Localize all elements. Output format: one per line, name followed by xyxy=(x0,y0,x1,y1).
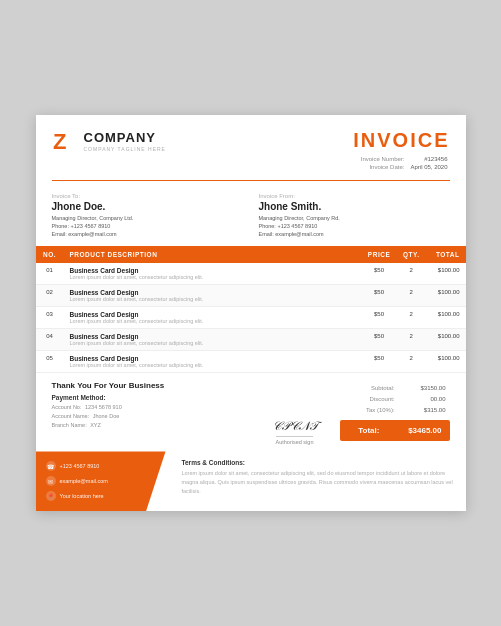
bill-to-phone: +123 4567 8910 xyxy=(70,223,110,229)
sign-label: Authorised sign xyxy=(276,436,314,445)
item-desc-cell: Business Card Design Lorem ipsum dolor s… xyxy=(64,329,362,351)
invoice-document: Z COMPANY COMPANY TAGLINE HERE INVOICE I… xyxy=(36,115,466,512)
invoice-title-block: INVOICE Invoice Number: #123456 Invoice … xyxy=(353,129,449,172)
logo-area: Z COMPANY COMPANY TAGLINE HERE xyxy=(52,129,166,155)
contact-location: 📍 Your location here xyxy=(46,491,156,501)
signature-graphic: 𝒞𝒫𝒞𝒩𝒯 xyxy=(272,419,317,434)
invoice-date-label: Invoice Date: xyxy=(361,164,409,170)
bill-to-block: Invoice To: Jhone Doe. Managing Director… xyxy=(52,193,243,239)
bill-from-phone: +123 4567 8910 xyxy=(277,223,317,229)
bill-to-phone-label: Phone: xyxy=(52,223,69,229)
item-qty: 2 xyxy=(397,263,425,285)
bill-to-email: example@mail.com xyxy=(68,231,116,237)
branch-label: Branch Name: xyxy=(52,422,87,428)
item-price: $50 xyxy=(361,329,397,351)
branch-name: XYZ xyxy=(90,422,101,428)
bill-to-email-label: Email: xyxy=(52,231,67,237)
item-price: $50 xyxy=(361,263,397,285)
payment-method-label: Payment Method: xyxy=(52,394,250,401)
contact-email: ✉ example@mail.com xyxy=(46,476,156,486)
footer-section: Thank You For Your Business Payment Meth… xyxy=(36,373,466,451)
bill-from-name: Jhone Smith. xyxy=(258,201,449,212)
bill-from-title: Managing Director, Company Rd. xyxy=(258,215,339,221)
bill-to-name: Jhone Doe. xyxy=(52,201,243,212)
tax-value: $315.00 xyxy=(399,405,448,414)
terms-title: Terms & Conditions: xyxy=(182,459,454,466)
total-label: Total: xyxy=(342,422,386,439)
invoice-number: #123456 xyxy=(410,156,447,162)
totals-table: Subtotal: $3150.00 Discount: 00.00 Tax (… xyxy=(340,381,450,416)
item-qty: 2 xyxy=(397,307,425,329)
bill-to-details: Managing Director, Company Ltd. Phone: +… xyxy=(52,214,243,239)
table-row: 05 Business Card Design Lorem ipsum dolo… xyxy=(36,351,466,373)
location-icon: 📍 xyxy=(46,491,56,501)
account-no-label: Account No: xyxy=(52,404,82,410)
company-name: COMPANY xyxy=(84,131,166,145)
table-row: 03 Business Card Design Lorem ipsum dolo… xyxy=(36,307,466,329)
bill-to-title: Managing Director, Company Ltd. xyxy=(52,215,134,221)
item-price: $50 xyxy=(361,351,397,373)
col-price: PRICE xyxy=(361,246,397,263)
company-info: COMPANY COMPANY TAGLINE HERE xyxy=(84,131,166,151)
col-desc: PRODUCT DESCRIPTION xyxy=(64,246,362,263)
item-desc-cell: Business Card Design Lorem ipsum dolor s… xyxy=(64,307,362,329)
header-divider xyxy=(52,180,450,181)
item-desc: Lorem ipsum dolor sit amet, consectetur … xyxy=(70,274,356,280)
item-desc-cell: Business Card Design Lorem ipsum dolor s… xyxy=(64,351,362,373)
tax-label: Tax (10%): xyxy=(342,405,397,414)
subtotal-label: Subtotal: xyxy=(342,383,397,392)
company-tagline: COMPANY TAGLINE HERE xyxy=(84,146,166,152)
svg-text:Z: Z xyxy=(53,129,66,154)
item-total: $100.00 xyxy=(426,307,466,329)
phone-icon: ☎ xyxy=(46,461,56,471)
item-desc: Lorem ipsum dolor sit amet, consectetur … xyxy=(70,340,356,346)
invoice-meta: Invoice Number: #123456 Invoice Date: Ap… xyxy=(353,154,449,172)
item-desc-cell: Business Card Design Lorem ipsum dolor s… xyxy=(64,263,362,285)
table-row: 04 Business Card Design Lorem ipsum dolo… xyxy=(36,329,466,351)
payment-details: Account No: 1234 5678 910 Account Name: … xyxy=(52,403,250,429)
contact-email-text: example@mail.com xyxy=(60,478,108,484)
account-name-label: Account Name: xyxy=(52,413,90,419)
item-total: $100.00 xyxy=(426,351,466,373)
thank-you-block: Thank You For Your Business Payment Meth… xyxy=(52,381,250,445)
item-qty: 2 xyxy=(397,351,425,373)
item-total: $100.00 xyxy=(426,329,466,351)
item-no: 02 xyxy=(36,285,64,307)
signature-area: 𝒞𝒫𝒞𝒩𝒯 Authorised sign xyxy=(260,381,330,445)
account-no: 1234 5678 910 xyxy=(85,404,122,410)
item-no: 01 xyxy=(36,263,64,285)
total-value: $3465.00 xyxy=(387,422,447,439)
bill-from-details: Managing Director, Company Rd. Phone: +1… xyxy=(258,214,449,239)
thank-you-title: Thank You For Your Business xyxy=(52,381,250,390)
total-row-table: Total: $3465.00 xyxy=(340,420,450,441)
item-title: Business Card Design xyxy=(70,355,356,362)
table-row: 01 Business Card Design Lorem ipsum dolo… xyxy=(36,263,466,285)
account-name: Jhone Doe xyxy=(93,413,120,419)
item-desc: Lorem ipsum dolor sit amet, consectetur … xyxy=(70,362,356,368)
subtotal-value: $3150.00 xyxy=(399,383,448,392)
bill-from-email: example@mail.com xyxy=(275,231,323,237)
contact-location-text: Your location here xyxy=(60,493,104,499)
invoice-number-label: Invoice Number: xyxy=(361,156,409,162)
item-no: 04 xyxy=(36,329,64,351)
item-title: Business Card Design xyxy=(70,289,356,296)
item-title: Business Card Design xyxy=(70,333,356,340)
billing-section: Invoice To: Jhone Doe. Managing Director… xyxy=(36,189,466,247)
invoice-title: INVOICE xyxy=(353,129,449,152)
items-table: NO. PRODUCT DESCRIPTION PRICE QTY. TOTAL… xyxy=(36,246,466,373)
item-total: $100.00 xyxy=(426,263,466,285)
bill-from-phone-label: Phone: xyxy=(258,223,275,229)
bill-to-label: Invoice To: xyxy=(52,193,243,199)
item-desc-cell: Business Card Design Lorem ipsum dolor s… xyxy=(64,285,362,307)
discount-label: Discount: xyxy=(342,394,397,403)
col-no: NO. xyxy=(36,246,64,263)
terms-text: Lorem ipsum dolor sit amet, consectetur … xyxy=(182,469,454,495)
item-title: Business Card Design xyxy=(70,311,356,318)
item-price: $50 xyxy=(361,285,397,307)
company-logo-icon: Z xyxy=(52,129,78,155)
item-total: $100.00 xyxy=(426,285,466,307)
bill-from-email-label: Email: xyxy=(258,231,273,237)
totals-area: Subtotal: $3150.00 Discount: 00.00 Tax (… xyxy=(340,381,450,445)
terms-block: Terms & Conditions: Lorem ipsum dolor si… xyxy=(166,451,466,511)
item-qty: 2 xyxy=(397,329,425,351)
